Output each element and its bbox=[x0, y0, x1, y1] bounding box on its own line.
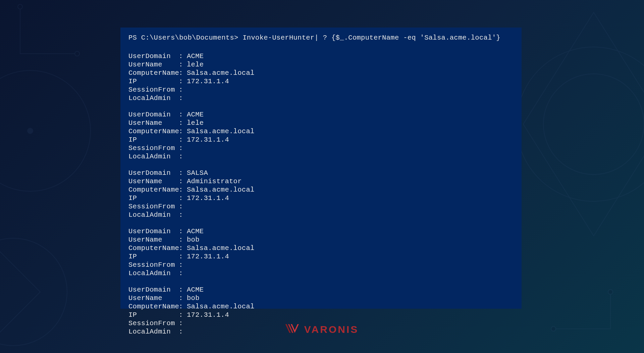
record-line: UserDomain : ACME bbox=[128, 286, 514, 294]
record-key: SessionFrom bbox=[128, 86, 179, 94]
record-key: LocalAdmin bbox=[128, 152, 179, 161]
record-separator: : bbox=[179, 60, 187, 69]
record-line: ComputerName: Salsa.acme.local bbox=[128, 302, 514, 311]
record-value: SALSA bbox=[187, 169, 514, 177]
record-value: ACME bbox=[187, 286, 514, 294]
record-key: LocalAdmin bbox=[128, 94, 179, 102]
record-value bbox=[187, 152, 514, 161]
record-key: SessionFrom bbox=[128, 144, 179, 152]
record-line: UserDomain : SALSA bbox=[128, 169, 514, 177]
varonis-logo-mark-icon bbox=[285, 323, 300, 335]
record-value: ACME bbox=[187, 227, 514, 236]
record-separator: : bbox=[179, 319, 187, 327]
record-line: SessionFrom : bbox=[128, 86, 514, 94]
svg-point-3 bbox=[75, 51, 79, 56]
record-separator: : bbox=[179, 252, 187, 261]
record-key: SessionFrom bbox=[128, 319, 179, 327]
output-record: UserDomain : SALSAUserName : Administrat… bbox=[128, 169, 514, 219]
svg-point-4 bbox=[0, 238, 67, 346]
record-separator: : bbox=[179, 169, 187, 177]
record-key: ComputerName bbox=[128, 69, 179, 77]
record-separator: : bbox=[179, 286, 187, 294]
record-key: UserDomain bbox=[128, 169, 179, 177]
record-line: IP : 172.31.1.4 bbox=[128, 194, 514, 202]
record-line: LocalAdmin : bbox=[128, 94, 514, 102]
record-separator: : bbox=[179, 119, 187, 127]
record-key: IP bbox=[128, 77, 179, 86]
record-value bbox=[187, 144, 514, 152]
svg-point-1 bbox=[28, 128, 33, 134]
record-value bbox=[187, 94, 514, 102]
record-value: 172.31.1.4 bbox=[187, 136, 514, 144]
output-record: UserDomain : ACMEUserName : bobComputerN… bbox=[128, 227, 514, 278]
record-value bbox=[187, 269, 514, 278]
record-key: UserName bbox=[128, 236, 179, 244]
svg-point-5 bbox=[517, 47, 644, 201]
record-line: UserDomain : ACME bbox=[128, 227, 514, 236]
record-separator: : bbox=[179, 136, 187, 144]
record-value: lele bbox=[187, 60, 514, 69]
record-key: IP bbox=[128, 252, 179, 261]
record-line: ComputerName: Salsa.acme.local bbox=[128, 186, 514, 194]
varonis-logo: VARONIS bbox=[285, 323, 359, 335]
record-key: UserDomain bbox=[128, 227, 179, 236]
record-line: IP : 172.31.1.4 bbox=[128, 311, 514, 319]
record-line: LocalAdmin : bbox=[128, 269, 514, 278]
record-separator: : bbox=[179, 311, 187, 319]
record-separator: : bbox=[179, 152, 187, 161]
record-value: Salsa.acme.local bbox=[187, 69, 514, 77]
record-line: LocalAdmin : bbox=[128, 211, 514, 219]
record-line: IP : 172.31.1.4 bbox=[128, 252, 514, 261]
record-value: lele bbox=[187, 119, 514, 127]
varonis-logo-text: VARONIS bbox=[304, 324, 359, 335]
powershell-terminal[interactable]: PS C:\Users\bob\Documents> Invoke-UserHu… bbox=[120, 28, 522, 309]
record-value: 172.31.1.4 bbox=[187, 311, 514, 319]
record-key: UserName bbox=[128, 60, 179, 69]
output-record: UserDomain : ACMEUserName : leleComputer… bbox=[128, 110, 514, 161]
record-key: LocalAdmin bbox=[128, 269, 179, 278]
svg-point-6 bbox=[543, 74, 644, 174]
record-separator: : bbox=[179, 186, 187, 194]
record-key: ComputerName bbox=[128, 302, 179, 311]
record-value: Salsa.acme.local bbox=[187, 302, 514, 311]
record-line: UserName : lele bbox=[128, 119, 514, 127]
record-value: 172.31.1.4 bbox=[187, 252, 514, 261]
record-key: SessionFrom bbox=[128, 202, 179, 211]
record-separator: : bbox=[179, 211, 187, 219]
record-separator: : bbox=[179, 261, 187, 269]
record-separator: : bbox=[179, 202, 187, 211]
record-separator: : bbox=[179, 144, 187, 152]
record-separator: : bbox=[179, 69, 187, 77]
record-value: bob bbox=[187, 294, 514, 302]
record-separator: : bbox=[179, 194, 187, 202]
record-separator: : bbox=[179, 86, 187, 94]
record-line: UserName : bob bbox=[128, 294, 514, 302]
record-value: 172.31.1.4 bbox=[187, 194, 514, 202]
svg-point-0 bbox=[0, 70, 91, 191]
record-key: UserName bbox=[128, 119, 179, 127]
record-separator: : bbox=[179, 177, 187, 186]
record-line: UserName : lele bbox=[128, 60, 514, 69]
record-value: ACME bbox=[187, 52, 514, 60]
record-value: 172.31.1.4 bbox=[187, 77, 514, 86]
record-key: UserDomain bbox=[128, 286, 179, 294]
record-separator: : bbox=[179, 77, 187, 86]
record-line: SessionFrom : bbox=[128, 202, 514, 211]
record-key: UserDomain bbox=[128, 52, 179, 60]
record-value bbox=[187, 86, 514, 94]
record-line: UserDomain : ACME bbox=[128, 52, 514, 60]
record-separator: : bbox=[179, 244, 187, 252]
prompt-command-line: PS C:\Users\bob\Documents> Invoke-UserHu… bbox=[128, 34, 514, 42]
record-value: Salsa.acme.local bbox=[187, 244, 514, 252]
record-key: UserDomain bbox=[128, 110, 179, 119]
record-key: ComputerName bbox=[128, 244, 179, 252]
svg-point-8 bbox=[608, 290, 613, 294]
record-value: Salsa.acme.local bbox=[187, 127, 514, 136]
record-line: UserName : bob bbox=[128, 236, 514, 244]
record-value: Administrator bbox=[187, 177, 514, 186]
record-key: IP bbox=[128, 194, 179, 202]
record-line: UserDomain : ACME bbox=[128, 110, 514, 119]
record-line: UserName : Administrator bbox=[128, 177, 514, 186]
record-line: IP : 172.31.1.4 bbox=[128, 77, 514, 86]
record-value bbox=[187, 211, 514, 219]
